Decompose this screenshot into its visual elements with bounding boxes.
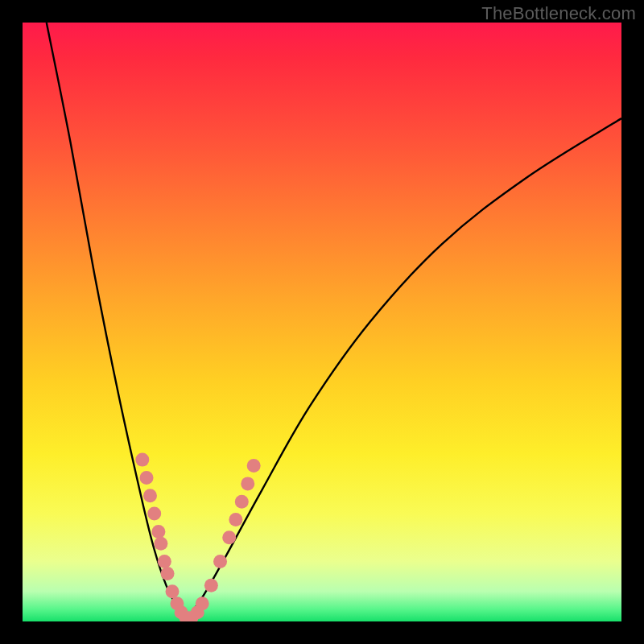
marker-dot xyxy=(147,507,161,521)
marker-dot xyxy=(204,579,218,592)
marker-dot xyxy=(143,489,157,502)
marker-dot xyxy=(140,471,154,485)
marker-dot xyxy=(151,525,165,539)
marker-dot xyxy=(161,567,175,580)
watermark-text: TheBottleneck.com xyxy=(481,3,636,24)
chart-svg xyxy=(23,23,621,621)
curve-right-arm xyxy=(184,118,621,621)
marker-dot xyxy=(235,495,249,509)
marker-dot xyxy=(154,537,167,551)
marker-dot xyxy=(213,555,227,568)
marker-group xyxy=(135,453,260,621)
marker-dot xyxy=(241,477,254,490)
marker-dot xyxy=(229,513,242,526)
plot-area xyxy=(23,23,621,621)
marker-dot xyxy=(166,584,180,598)
marker-dot xyxy=(158,555,171,568)
chart-frame: TheBottleneck.com xyxy=(0,0,644,644)
marker-dot xyxy=(196,597,209,610)
marker-dot xyxy=(222,530,236,544)
marker-dot xyxy=(247,459,261,473)
marker-dot xyxy=(135,453,149,467)
